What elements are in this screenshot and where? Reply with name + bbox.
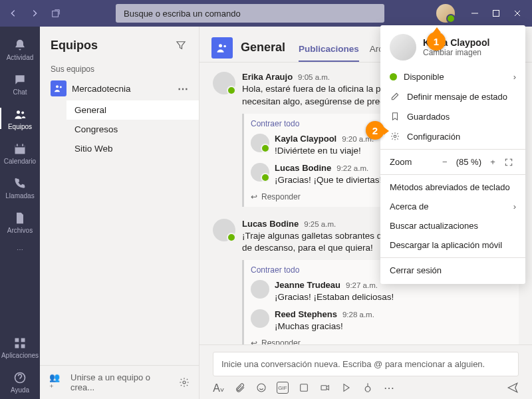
avatar bbox=[213, 72, 235, 94]
calendar-icon bbox=[13, 142, 27, 156]
bell-icon bbox=[13, 38, 27, 53]
avatar bbox=[251, 280, 269, 299]
pencil-icon bbox=[390, 91, 400, 102]
rail-calls[interactable]: Llamadas bbox=[0, 170, 40, 205]
callout-2: 2 bbox=[366, 121, 384, 140]
forward-button[interactable] bbox=[27, 5, 43, 21]
more-icon[interactable]: ⋯ bbox=[383, 382, 395, 394]
svg-rect-7 bbox=[21, 338, 25, 342]
reply-icon: ↩ bbox=[251, 192, 257, 201]
emoji-icon[interactable] bbox=[255, 382, 267, 394]
svg-point-14 bbox=[219, 44, 222, 47]
chevron-right-icon: › bbox=[513, 72, 516, 82]
svg-rect-6 bbox=[15, 338, 19, 342]
channel-team-avatar bbox=[211, 37, 233, 59]
rail-activity[interactable]: Actividad bbox=[0, 32, 40, 66]
avatar bbox=[251, 134, 269, 152]
praise-icon[interactable] bbox=[362, 382, 374, 394]
rail-chat[interactable]: Chat bbox=[0, 66, 40, 101]
menu-set-status-message[interactable]: Definir mensaje de estado bbox=[380, 86, 525, 106]
teams-title: Equipos bbox=[51, 39, 98, 53]
phone-icon bbox=[13, 176, 27, 191]
close-button[interactable] bbox=[508, 4, 527, 23]
svg-rect-9 bbox=[21, 344, 25, 348]
channel-congresos[interactable]: Congresos bbox=[66, 120, 199, 139]
rail-help[interactable]: Ayuda bbox=[0, 364, 40, 399]
reply-icon: ↩ bbox=[251, 338, 257, 344]
menu-download-mobile[interactable]: Descargar la aplicación móvil bbox=[380, 235, 525, 255]
manage-teams-gear-icon[interactable] bbox=[179, 377, 190, 388]
channel-sitio-web[interactable]: Sitio Web bbox=[66, 139, 199, 158]
rail-more[interactable]: ⋯ bbox=[0, 239, 40, 259]
svg-rect-17 bbox=[301, 384, 308, 392]
zoom-in-button[interactable]: + bbox=[487, 157, 499, 167]
search-input[interactable]: Busque o escriba un comando bbox=[116, 4, 384, 23]
compose-input[interactable]: Inicie una conversación nueva. Escriba @… bbox=[213, 352, 519, 376]
rail-files[interactable]: Archivos bbox=[0, 205, 40, 239]
menu-status[interactable]: Disponible › bbox=[380, 67, 525, 86]
teams-panel: Equipos Sus equipos Mercadotecnia ⋯ Gene… bbox=[40, 27, 200, 399]
maximize-button[interactable] bbox=[487, 4, 505, 23]
join-create-team[interactable]: Unirse a un equipo o crea... bbox=[70, 372, 172, 392]
avatar bbox=[213, 219, 235, 241]
your-teams-label: Sus equipos bbox=[40, 59, 199, 76]
bookmark-icon bbox=[390, 111, 400, 122]
meet-icon[interactable] bbox=[319, 382, 331, 394]
zoom-value: (85 %) bbox=[456, 157, 481, 167]
title-bar: Busque o escriba un comando bbox=[0, 0, 532, 27]
post-author: Lucas Bodine bbox=[242, 219, 299, 229]
callout-1: 1 bbox=[427, 32, 446, 51]
new-window-button[interactable] bbox=[48, 5, 64, 21]
stream-icon[interactable] bbox=[340, 382, 352, 394]
menu-sign-out[interactable]: Cerrar sesión bbox=[380, 261, 525, 280]
svg-point-12 bbox=[60, 86, 62, 88]
svg-point-11 bbox=[56, 85, 59, 88]
fullscreen-icon[interactable] bbox=[504, 158, 516, 167]
rail-calendar[interactable]: Calendario bbox=[0, 136, 40, 170]
menu-about[interactable]: Acerca de› bbox=[380, 197, 525, 216]
post-author: Erika Araujo bbox=[242, 72, 293, 82]
profile-avatar-button[interactable] bbox=[436, 4, 455, 23]
rail-apps[interactable]: Aplicaciones bbox=[0, 330, 40, 364]
chevron-right-icon: › bbox=[513, 201, 516, 211]
filter-icon[interactable] bbox=[175, 39, 188, 53]
rail-teams[interactable]: Equipos bbox=[0, 101, 40, 136]
menu-keyboard-shortcuts[interactable]: Métodos abreviados de teclado bbox=[380, 178, 525, 197]
back-button[interactable] bbox=[5, 5, 21, 21]
join-team-icon[interactable]: 👥⁺ bbox=[49, 372, 64, 392]
gif-icon[interactable]: GIF bbox=[277, 382, 289, 394]
reply-button[interactable]: ↩Responder bbox=[251, 336, 519, 344]
status-available-icon bbox=[390, 73, 397, 80]
post-time: 9:05 a.m. bbox=[298, 73, 330, 81]
tab-posts[interactable]: Publicaciones bbox=[299, 44, 359, 62]
file-icon bbox=[13, 211, 27, 225]
compose-area: Inicie una conversación nueva. Escriba @… bbox=[200, 344, 532, 399]
zoom-out-button[interactable]: − bbox=[439, 157, 451, 167]
menu-saved[interactable]: Guardados bbox=[380, 106, 525, 126]
avatar bbox=[251, 163, 269, 182]
sticker-icon[interactable] bbox=[298, 382, 310, 394]
menu-settings[interactable]: Configuración bbox=[380, 126, 525, 146]
svg-point-3 bbox=[21, 111, 24, 114]
profile-menu-avatar bbox=[390, 34, 416, 61]
menu-check-updates[interactable]: Buscar actualizaciones bbox=[380, 216, 525, 235]
team-more-icon[interactable]: ⋯ bbox=[178, 82, 188, 95]
help-icon bbox=[13, 370, 27, 385]
format-icon[interactable]: Aᵥ bbox=[213, 382, 225, 394]
channel-general[interactable]: General bbox=[66, 100, 199, 120]
svg-point-16 bbox=[257, 384, 265, 392]
svg-point-15 bbox=[223, 45, 226, 47]
team-row-mercadotecnia[interactable]: Mercadotecnia ⋯ bbox=[40, 76, 199, 100]
avatar bbox=[251, 309, 269, 328]
svg-rect-1 bbox=[493, 11, 499, 17]
svg-rect-8 bbox=[15, 344, 19, 348]
svg-point-19 bbox=[394, 135, 396, 138]
svg-point-2 bbox=[17, 110, 20, 114]
attach-icon[interactable] bbox=[234, 382, 246, 394]
channel-title: General bbox=[241, 41, 285, 55]
chat-icon bbox=[13, 72, 27, 87]
apps-icon bbox=[13, 336, 27, 350]
minimize-button[interactable] bbox=[466, 4, 484, 23]
teams-icon bbox=[13, 107, 27, 122]
send-icon[interactable] bbox=[507, 382, 519, 394]
